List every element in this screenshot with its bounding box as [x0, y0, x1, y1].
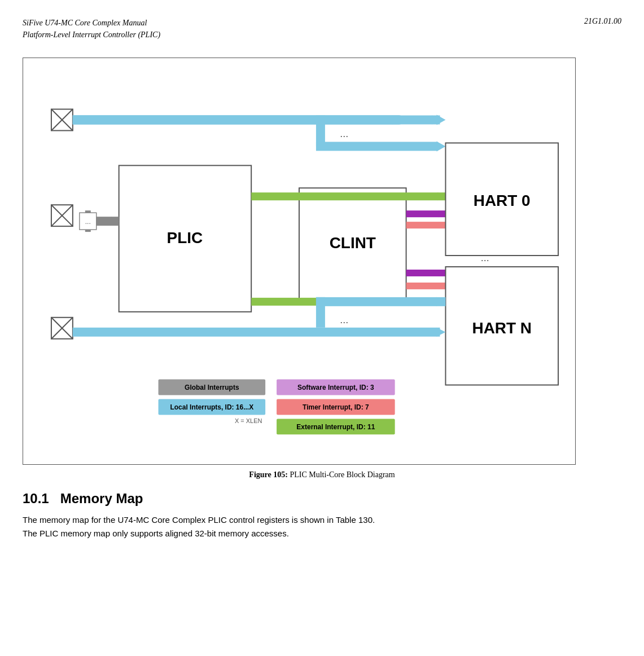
- svg-text:...: ...: [340, 128, 348, 139]
- svg-text:Software Interrupt, ID: 3: Software Interrupt, ID: 3: [297, 384, 374, 392]
- svg-text:Timer Interrupt, ID: 7: Timer Interrupt, ID: 7: [303, 403, 369, 411]
- svg-rect-28: [251, 192, 445, 200]
- figure-caption-text: PLIC Multi-Core Block Diagram: [288, 470, 395, 479]
- svg-text:CLINT: CLINT: [330, 234, 376, 252]
- svg-rect-13: [73, 116, 440, 125]
- page-header: SiFive U74-MC Core Complex Manual Platfo…: [23, 17, 621, 41]
- section-number: 10.1: [23, 491, 49, 506]
- svg-text:External Interrupt, ID: 11: External Interrupt, ID: 11: [296, 423, 375, 431]
- body-text: The memory map for the U74-MC Core Compl…: [23, 513, 621, 540]
- figure-caption-bold: Figure 105:: [249, 470, 288, 479]
- svg-rect-25: [97, 217, 119, 226]
- svg-rect-15: [316, 116, 325, 147]
- svg-text:Global Interrupts: Global Interrupts: [185, 384, 239, 392]
- body-paragraph-2: The PLIC memory map only supports aligne…: [23, 527, 621, 540]
- figure-caption: Figure 105: PLIC Multi-Core Block Diagra…: [23, 470, 621, 479]
- svg-marker-46: [436, 328, 445, 337]
- header-left: SiFive U74-MC Core Complex Manual Platfo…: [23, 17, 160, 41]
- svg-rect-45: [73, 328, 440, 337]
- svg-text:...: ...: [340, 314, 348, 325]
- svg-text:HART 0: HART 0: [474, 192, 531, 209]
- body-paragraph-1: The memory map for the U74-MC Core Compl…: [23, 513, 621, 527]
- svg-marker-14: [436, 115, 445, 125]
- svg-rect-16: [316, 142, 438, 151]
- svg-marker-17: [436, 141, 445, 151]
- svg-text:HART N: HART N: [472, 319, 532, 337]
- section-title: Memory Map: [60, 491, 143, 506]
- svg-rect-48: [316, 297, 446, 306]
- diagram-area: ... PLIC ... CLINT: [34, 69, 564, 453]
- svg-text:Local Interrupts, ID: 16...X: Local Interrupts, ID: 16...X: [170, 403, 254, 411]
- figure-container: ... PLIC ... CLINT: [23, 58, 576, 465]
- header-version: 21G1.01.00: [584, 17, 621, 26]
- diagram-svg: ... PLIC ... CLINT: [34, 69, 564, 453]
- svg-text:X = XLEN: X = XLEN: [235, 417, 262, 424]
- svg-text:...: ...: [85, 218, 91, 226]
- svg-text:PLIC: PLIC: [167, 229, 203, 246]
- section-heading: 10.1Memory Map: [23, 491, 621, 507]
